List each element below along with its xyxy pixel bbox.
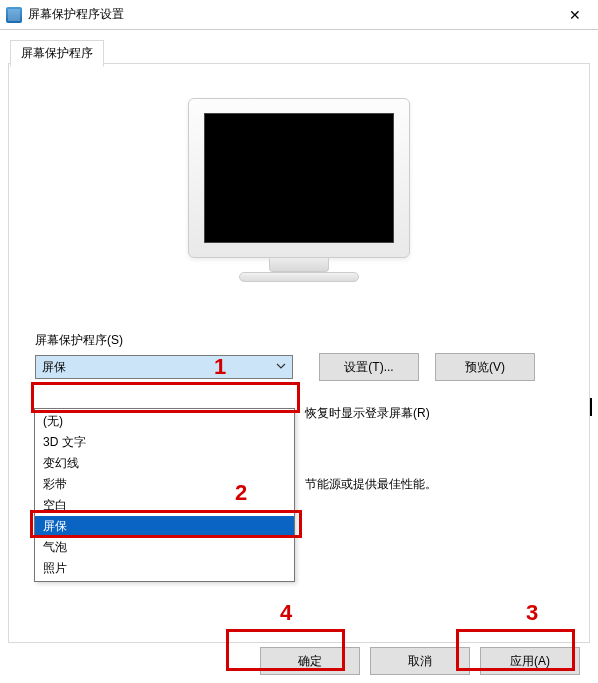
controls-row: 屏保 设置(T)... 预览(V) [35, 353, 589, 381]
apply-button[interactable]: 应用(A) [480, 647, 580, 675]
dropdown-option[interactable]: 变幻线 [35, 453, 294, 474]
monitor-bezel [188, 98, 410, 258]
tab-strip: 屏幕保护程序 [8, 38, 590, 64]
power-text: 节能源或提供最佳性能。 [305, 477, 437, 491]
monitor-base [239, 272, 359, 282]
window-title: 屏幕保护程序设置 [28, 6, 552, 23]
client-area: 屏幕保护程序 屏幕保护程序(S) 屏保 设置(T)... 预览(V) [0, 30, 598, 683]
screensaver-label: 屏幕保护程序(S) [35, 332, 589, 349]
preview-button[interactable]: 预览(V) [435, 353, 535, 381]
dropdown-option[interactable]: 屏保 [35, 516, 294, 537]
combobox-value: 屏保 [42, 359, 66, 376]
screensaver-dropdown-list[interactable]: (无)3D 文字变幻线彩带空白屏保气泡照片 [34, 408, 295, 582]
monitor-screen [204, 113, 394, 243]
screensaver-combobox[interactable]: 屏保 [35, 355, 293, 379]
chevron-down-icon [276, 360, 286, 374]
cancel-button[interactable]: 取消 [370, 647, 470, 675]
dropdown-option[interactable]: 照片 [35, 558, 294, 579]
dropdown-option[interactable]: 彩带 [35, 474, 294, 495]
close-button[interactable]: ✕ [552, 0, 598, 30]
tab-screensaver[interactable]: 屏幕保护程序 [10, 40, 104, 67]
ok-button[interactable]: 确定 [260, 647, 360, 675]
resume-label: 恢复时显示登录屏幕(R) [305, 406, 430, 420]
edge-mark [590, 398, 598, 416]
dialog-buttons: 确定 取消 应用(A) [260, 647, 580, 675]
dropdown-option[interactable]: 3D 文字 [35, 432, 294, 453]
titlebar: 屏幕保护程序设置 ✕ [0, 0, 598, 30]
dropdown-option[interactable]: 气泡 [35, 537, 294, 558]
monitor-stand [269, 258, 329, 272]
dropdown-option[interactable]: 空白 [35, 495, 294, 516]
monitor-preview [9, 98, 589, 294]
app-icon [6, 7, 22, 23]
settings-button[interactable]: 设置(T)... [319, 353, 419, 381]
dropdown-option[interactable]: (无) [35, 411, 294, 432]
